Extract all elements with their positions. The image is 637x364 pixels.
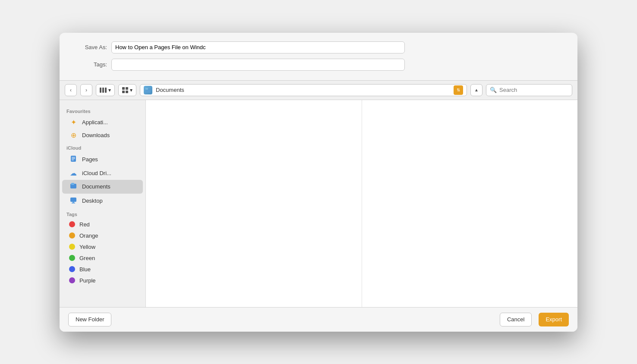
icloud-drive-label: iCloud Dri... xyxy=(82,170,111,176)
save-as-label: Save As: xyxy=(73,44,107,50)
sidebar-item-tag-orange[interactable]: Orange xyxy=(62,230,143,241)
red-tag-label: Red xyxy=(79,221,90,228)
toolbar: ‹ › ▾ ▾ xyxy=(60,80,577,100)
sidebar-item-pages[interactable]: Pages xyxy=(62,153,143,166)
top-area: Save As: Tags: xyxy=(60,33,577,80)
purple-tag-label: Purple xyxy=(79,277,96,284)
grid-view-button[interactable]: ▾ xyxy=(118,84,136,96)
green-tag-dot xyxy=(69,255,75,261)
bottom-bar: New Folder Cancel Export xyxy=(60,307,577,332)
sidebar-item-applications[interactable]: ✦ Applicati... xyxy=(62,116,143,129)
documents-label: Documents xyxy=(82,183,110,190)
main-content: Favourites ✦ Applicati... ⊕ Downloads iC… xyxy=(60,100,577,307)
tags-row: Tags: xyxy=(73,59,564,71)
sidebar-item-tag-yellow[interactable]: Yellow xyxy=(62,242,143,252)
tags-label: Tags: xyxy=(73,61,107,68)
search-bar: 🔍 xyxy=(486,84,572,96)
search-input[interactable] xyxy=(499,87,568,93)
red-tag-dot xyxy=(69,221,75,227)
location-arrows-button[interactable]: ⇅ xyxy=(454,85,463,95)
icloud-section-label: iCloud xyxy=(60,142,145,152)
svg-rect-3 xyxy=(72,157,75,158)
search-icon: 🔍 xyxy=(490,87,497,93)
location-folder-icon xyxy=(144,86,152,94)
sidebar-item-tag-purple[interactable]: Purple xyxy=(62,275,143,286)
save-as-input[interactable] xyxy=(111,41,405,53)
save-as-row: Save As: xyxy=(73,41,564,53)
sidebar-item-icloud-drive[interactable]: ☁ iCloud Dri... xyxy=(62,167,143,179)
orange-tag-label: Orange xyxy=(79,232,98,239)
pages-label: Pages xyxy=(82,156,98,163)
save-dialog: Save As: Tags: ‹ › ▾ xyxy=(60,33,577,332)
documents-icon xyxy=(69,182,78,191)
desktop-label: Desktop xyxy=(82,198,103,204)
collapse-button[interactable]: ▲ xyxy=(470,84,482,96)
green-tag-label: Green xyxy=(79,255,95,261)
sidebar-item-tag-green[interactable]: Green xyxy=(62,253,143,264)
export-button[interactable]: Export xyxy=(539,313,569,326)
applications-label: Applicati... xyxy=(82,119,108,126)
forward-button[interactable]: › xyxy=(80,84,92,96)
location-text: Documents xyxy=(156,87,450,93)
svg-rect-1 xyxy=(145,88,148,90)
desktop-icon xyxy=(69,196,78,206)
svg-rect-10 xyxy=(72,203,75,204)
sidebar-item-tag-red[interactable]: Red xyxy=(62,219,143,230)
downloads-icon: ⊕ xyxy=(69,131,78,139)
orange-tag-dot xyxy=(69,232,75,238)
file-pane-right[interactable] xyxy=(362,100,578,307)
column-view-button[interactable]: ▾ xyxy=(96,84,115,96)
icloud-drive-icon: ☁ xyxy=(69,169,78,177)
back-button[interactable]: ‹ xyxy=(65,84,77,96)
file-area xyxy=(146,100,577,307)
sidebar-item-downloads[interactable]: ⊕ Downloads xyxy=(62,129,143,141)
sidebar-item-desktop[interactable]: Desktop xyxy=(62,194,143,208)
new-folder-button[interactable]: New Folder xyxy=(68,313,111,326)
sidebar-item-tag-blue[interactable]: Blue xyxy=(62,264,143,275)
collapse-icon: ▲ xyxy=(474,88,479,92)
up-down-arrows-icon: ⇅ xyxy=(457,88,460,92)
location-bar: Documents ⇅ xyxy=(140,84,467,96)
yellow-tag-label: Yellow xyxy=(79,244,95,250)
file-pane-left[interactable] xyxy=(146,100,362,307)
svg-rect-8 xyxy=(70,198,76,202)
tags-input[interactable] xyxy=(111,59,405,71)
blue-tag-label: Blue xyxy=(79,266,91,273)
sidebar-item-documents[interactable]: Documents xyxy=(62,180,143,194)
grid-view-icon xyxy=(122,87,128,93)
right-buttons: Cancel Export xyxy=(500,313,569,326)
blue-tag-dot xyxy=(69,266,75,272)
svg-rect-7 xyxy=(71,183,74,185)
applications-icon: ✦ xyxy=(69,118,78,126)
cancel-button[interactable]: Cancel xyxy=(500,313,532,326)
grid-view-chevron: ▾ xyxy=(130,87,132,93)
column-view-chevron: ▾ xyxy=(108,87,111,93)
sidebar: Favourites ✦ Applicati... ⊕ Downloads iC… xyxy=(60,100,146,307)
purple-tag-dot xyxy=(69,277,75,283)
svg-rect-5 xyxy=(72,160,74,160)
svg-rect-4 xyxy=(72,158,75,159)
yellow-tag-dot xyxy=(69,244,75,250)
pages-icon xyxy=(69,155,78,164)
downloads-label: Downloads xyxy=(82,132,110,138)
favourites-section-label: Favourites xyxy=(60,105,145,116)
column-view-icon xyxy=(100,88,107,93)
tags-section-label: Tags xyxy=(60,208,145,219)
